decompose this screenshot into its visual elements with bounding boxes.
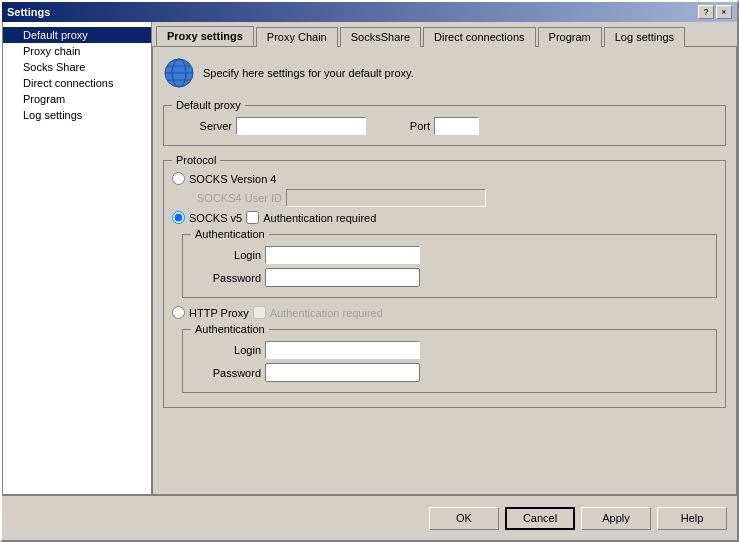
socks5-password-label: Password [191, 272, 261, 284]
help-button[interactable]: ? [698, 5, 714, 19]
cancel-button[interactable]: Cancel [505, 507, 575, 530]
http-auth-checkbox[interactable] [253, 306, 266, 319]
tab-proxy-settings[interactable]: Proxy settings [156, 26, 254, 46]
socks4-userid-label: SOCKS4 User ID [192, 192, 282, 204]
http-login-label: Login [191, 344, 261, 356]
http-auth-legend: Authentication [191, 323, 269, 335]
socks5-auth-legend: Authentication [191, 228, 269, 240]
sidebar-item-socks-share[interactable]: Socks Share [3, 59, 151, 75]
http-proxy-row: HTTP Proxy Authentication required [172, 306, 717, 319]
server-label: Server [172, 120, 232, 132]
title-bar-controls: ? × [698, 5, 732, 19]
sidebar-item-direct-connections[interactable]: Direct connections [3, 75, 151, 91]
tab-log-settings[interactable]: Log settings [604, 27, 685, 47]
sidebar-item-default-proxy[interactable]: Default proxy [3, 27, 151, 43]
socks5-password-input[interactable] [265, 268, 420, 287]
socks4-userid-input[interactable] [286, 189, 486, 207]
http-proxy-radio[interactable] [172, 306, 185, 319]
tab-content: Specify here settings for your default p… [152, 46, 737, 495]
http-login-row: Login [191, 341, 708, 359]
help-bottom-button[interactable]: Help [657, 507, 727, 530]
apply-button[interactable]: Apply [581, 507, 651, 530]
bottom-bar: OK Cancel Apply Help [2, 495, 737, 540]
port-input[interactable] [434, 117, 479, 135]
settings-window: Settings ? × Default proxy Proxy chain S… [0, 0, 739, 542]
main-content: Default proxy Proxy chain Socks Share Di… [2, 22, 737, 495]
port-label: Port [370, 120, 430, 132]
default-proxy-fieldset: Default proxy Server Port [163, 99, 726, 146]
intro-row: Specify here settings for your default p… [163, 57, 726, 89]
globe-icon [163, 57, 195, 89]
default-proxy-legend: Default proxy [172, 99, 245, 111]
server-row: Server Port [172, 117, 717, 135]
socks5-login-input[interactable] [265, 246, 420, 264]
socks5-row: SOCKS v5 Authentication required [172, 211, 717, 224]
socks5-radio[interactable] [172, 211, 185, 224]
sidebar: Default proxy Proxy chain Socks Share Di… [2, 22, 152, 495]
http-password-input[interactable] [265, 363, 420, 382]
title-bar: Settings ? × [2, 2, 737, 22]
socks4-radio[interactable] [172, 172, 185, 185]
socks5-auth-checkbox[interactable] [246, 211, 259, 224]
ok-button[interactable]: OK [429, 507, 499, 530]
http-password-row: Password [191, 363, 708, 382]
protocol-legend: Protocol [172, 154, 220, 166]
socks5-login-label: Login [191, 249, 261, 261]
socks4-label: SOCKS Version 4 [189, 173, 276, 185]
server-input[interactable] [236, 117, 366, 135]
tab-bar: Proxy settings Proxy Chain SocksShare Di… [152, 22, 737, 46]
tab-proxy-chain[interactable]: Proxy Chain [256, 27, 338, 47]
socks4-row: SOCKS Version 4 [172, 172, 717, 185]
sidebar-item-log-settings[interactable]: Log settings [3, 107, 151, 123]
socks5-login-row: Login [191, 246, 708, 264]
tab-program[interactable]: Program [538, 27, 602, 47]
sidebar-item-proxy-chain[interactable]: Proxy chain [3, 43, 151, 59]
http-login-input[interactable] [265, 341, 420, 359]
socks4-userid-row: SOCKS4 User ID [192, 189, 717, 207]
http-auth-fieldset: Authentication Login Password [182, 323, 717, 393]
tab-direct-connections[interactable]: Direct connections [423, 27, 536, 47]
http-auth-label: Authentication required [270, 307, 383, 319]
tab-socks-share[interactable]: SocksShare [340, 27, 421, 47]
socks5-password-row: Password [191, 268, 708, 287]
intro-text: Specify here settings for your default p… [203, 67, 414, 79]
sidebar-item-program[interactable]: Program [3, 91, 151, 107]
right-panel: Proxy settings Proxy Chain SocksShare Di… [152, 22, 737, 495]
close-button[interactable]: × [716, 5, 732, 19]
window-title: Settings [7, 6, 50, 18]
http-password-label: Password [191, 367, 261, 379]
socks5-label: SOCKS v5 [189, 212, 242, 224]
socks5-auth-label: Authentication required [263, 212, 376, 224]
http-proxy-label: HTTP Proxy [189, 307, 249, 319]
socks5-auth-fieldset: Authentication Login Password [182, 228, 717, 298]
protocol-fieldset: Protocol SOCKS Version 4 SOCKS4 User ID [163, 154, 726, 408]
